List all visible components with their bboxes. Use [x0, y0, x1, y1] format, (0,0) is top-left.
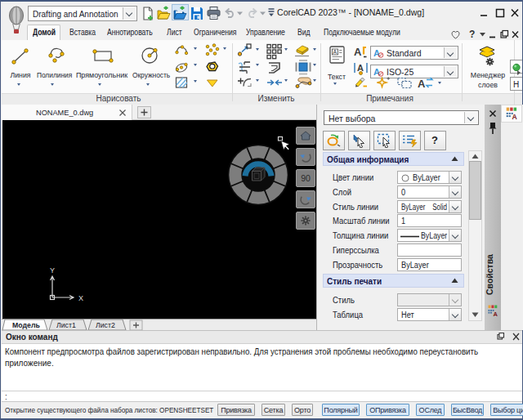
svg-text:A: A: [494, 311, 498, 317]
svg-text:A: A: [354, 46, 362, 58]
svg-text:A: A: [418, 78, 426, 90]
svg-text:Y: Y: [50, 266, 55, 275]
svg-text:?: ?: [469, 29, 475, 39]
svg-text:A: A: [357, 63, 364, 73]
svg-text:A: A: [333, 49, 337, 55]
svg-text:X: X: [78, 294, 83, 302]
svg-text:A: A: [512, 113, 517, 120]
